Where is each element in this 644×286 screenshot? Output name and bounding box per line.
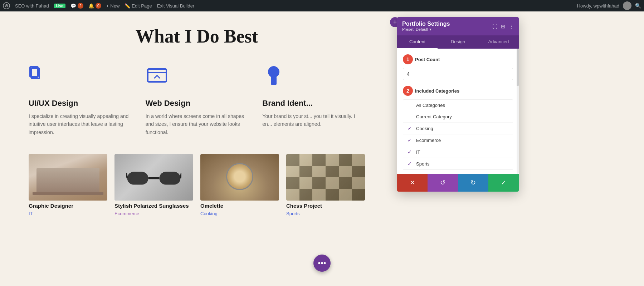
floating-action-button[interactable]: ••• xyxy=(313,255,331,272)
service-item-webdesign: Web Design In a world where screens come… xyxy=(146,65,248,136)
panel-body-wrapper: 1 Post Count 2 Included Categories All C… xyxy=(397,49,519,174)
portfolio-title-3: Chess Project xyxy=(286,203,365,209)
portfolio-category-3[interactable]: Sports xyxy=(286,211,365,216)
undo-button[interactable]: ↺ xyxy=(428,174,458,192)
svg-rect-7 xyxy=(271,77,277,85)
wp-logo[interactable]: W xyxy=(3,2,10,9)
categories-dropdown: All Categories Current Category ✓ Cookin… xyxy=(403,99,513,170)
sunglasses-image xyxy=(114,154,193,201)
portfolio-img-3 xyxy=(286,154,365,201)
panel-title: Portfolio Settings xyxy=(402,21,450,27)
redo-button[interactable]: ↻ xyxy=(458,174,488,192)
portfolio-item-0: Graphic Designer IT xyxy=(29,154,107,216)
exit-builder-button[interactable]: Exit Visual Builder xyxy=(157,3,195,9)
portfolio-title-1: Stylish Polarized Sunglasses xyxy=(114,203,193,209)
laptop-image xyxy=(29,154,107,201)
more-options-icon[interactable]: ⋮ xyxy=(509,24,514,29)
tab-content[interactable]: Content xyxy=(397,35,438,49)
chess-image xyxy=(286,154,365,201)
portfolio-item-1: Stylish Polarized Sunglasses Ecommerce xyxy=(114,154,193,216)
scroll-thumb[interactable] xyxy=(517,49,519,86)
bell-icon: 🔔 xyxy=(88,3,94,9)
search-icon[interactable]: 🔍 xyxy=(635,3,641,9)
notifications-count: 0 xyxy=(96,3,101,9)
portfolio-item-2: Omelette Cooking xyxy=(200,154,279,216)
included-categories-row: 2 Included Categories xyxy=(403,86,513,96)
category-sports-label: Sports xyxy=(416,161,430,167)
service-desc-brand: Your brand is your st... you tell it vis… xyxy=(262,112,365,128)
settings-panel: Portfolio Settings Preset: Default ▾ ⛶ ⊞… xyxy=(397,17,519,192)
site-name[interactable]: SEO with Fahad xyxy=(15,3,49,9)
pencil-icon: ✏️ xyxy=(125,3,130,9)
badge-1: 1 xyxy=(403,54,413,64)
comments-count: 2 xyxy=(78,3,83,9)
portfolio-category-2[interactable]: Cooking xyxy=(200,211,279,216)
svg-text:W: W xyxy=(5,4,8,8)
cancel-button[interactable]: ✕ xyxy=(397,174,428,192)
notifications-button[interactable]: 🔔 0 xyxy=(88,3,101,9)
portfolio-item-3: Chess Project Sports xyxy=(286,154,365,216)
service-item-brand: Brand Ident... Your brand is your st... … xyxy=(262,65,365,136)
live-badge: Live xyxy=(54,4,65,8)
service-desc-webdesign: In a world where screens come in all sha… xyxy=(146,112,248,136)
category-it[interactable]: ✓ IT xyxy=(403,146,513,158)
panel-preset[interactable]: Preset: Default ▾ xyxy=(402,27,450,32)
admin-bar: W SEO with Fahad Live 💬 2 🔔 0 + New ✏️ E… xyxy=(0,0,644,11)
main-content: What I Do Best UI/UX Design I specialize… xyxy=(0,11,644,286)
check-ecommerce: ✓ xyxy=(408,137,413,143)
new-button[interactable]: + New xyxy=(106,3,120,9)
portfolio-category-1[interactable]: Ecommerce xyxy=(114,211,193,216)
category-cooking[interactable]: ✓ Cooking xyxy=(403,123,513,134)
check-cooking: ✓ xyxy=(408,125,413,131)
portfolio-img-2 xyxy=(200,154,279,201)
service-title-brand: Brand Ident... xyxy=(262,99,365,108)
post-count-input[interactable] xyxy=(403,68,513,80)
panel-header: Portfolio Settings Preset: Default ▾ ⛶ ⊞… xyxy=(397,17,519,35)
portfolio-img-0 xyxy=(29,154,107,201)
panel-actions: ✕ ↺ ↻ ✓ xyxy=(397,174,519,192)
services-grid: UI/UX Design I specialize in creating vi… xyxy=(29,65,365,136)
svg-rect-8 xyxy=(127,172,148,185)
fullscreen-icon[interactable]: ⛶ xyxy=(492,24,497,29)
edit-page-button[interactable]: ✏️ Edit Page xyxy=(125,3,152,9)
edit-page-label: Edit Page xyxy=(132,3,152,9)
portfolio-img-1 xyxy=(114,154,193,201)
portfolio-category-0[interactable]: IT xyxy=(29,211,107,216)
panel-body: 1 Post Count 2 Included Categories All C… xyxy=(397,49,519,174)
comment-icon: 💬 xyxy=(70,3,76,9)
category-it-label: IT xyxy=(416,149,420,155)
category-current[interactable]: Current Category xyxy=(403,111,513,123)
post-count-label: Post Count xyxy=(415,57,440,62)
columns-icon[interactable]: ⊞ xyxy=(501,24,505,29)
tab-design[interactable]: Design xyxy=(438,35,478,49)
portfolio-title-0: Graphic Designer xyxy=(29,203,107,209)
uiux-icon xyxy=(29,65,131,92)
scroll-track xyxy=(517,49,519,174)
panel-tabs: Content Design Advanced xyxy=(397,35,519,49)
panel-title-area: Portfolio Settings Preset: Default ▾ xyxy=(402,21,450,32)
panel-header-icons: ⛶ ⊞ ⋮ xyxy=(492,24,514,29)
category-ecommerce-label: Ecommerce xyxy=(416,138,441,143)
category-all[interactable]: All Categories xyxy=(403,100,513,111)
category-ecommerce[interactable]: ✓ Ecommerce xyxy=(403,134,513,146)
new-label: New xyxy=(110,3,119,9)
included-categories-label: Included Categories xyxy=(415,88,459,94)
portfolio-title-2: Omelette xyxy=(200,203,279,209)
check-it: ✓ xyxy=(408,149,413,155)
avatar xyxy=(623,1,631,10)
portfolio-grid: Graphic Designer IT St xyxy=(29,154,365,216)
save-button[interactable]: ✓ xyxy=(488,174,519,192)
brand-icon xyxy=(262,65,365,92)
comments-button[interactable]: 💬 2 xyxy=(70,3,83,9)
service-desc-uiux: I specialize in creating visually appeal… xyxy=(29,112,131,136)
badge-2: 2 xyxy=(403,86,413,96)
exit-label: Exit Visual Builder xyxy=(157,3,195,9)
service-item-uiux: UI/UX Design I specialize in creating vi… xyxy=(29,65,131,136)
category-current-label: Current Category xyxy=(416,114,452,119)
category-sports[interactable]: ✓ Sports xyxy=(403,158,513,169)
tab-advanced[interactable]: Advanced xyxy=(478,35,519,49)
plus-icon: + xyxy=(106,3,109,9)
svg-line-11 xyxy=(126,173,127,178)
post-count-row: 1 Post Count xyxy=(403,54,513,64)
webdesign-icon xyxy=(146,65,248,92)
